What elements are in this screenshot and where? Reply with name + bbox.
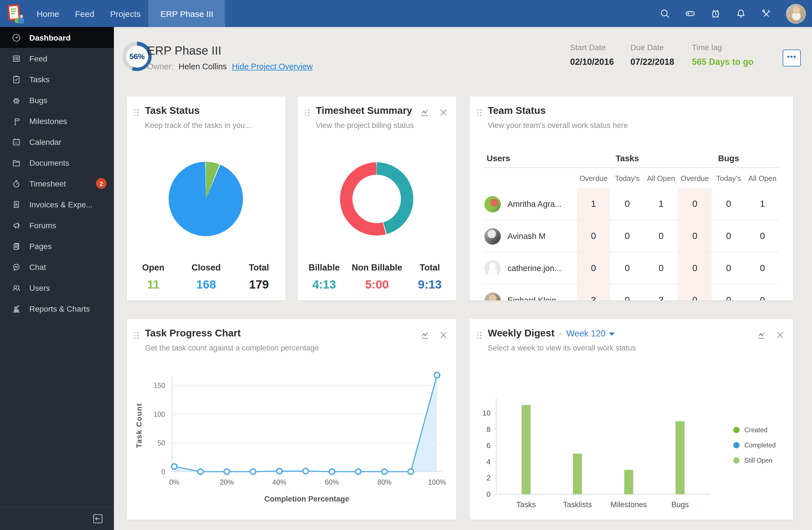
sidebar-item-documents[interactable]: Documents	[0, 152, 114, 173]
chart-type-icon[interactable]	[757, 330, 766, 340]
svg-text:6: 6	[487, 441, 491, 450]
top-nav: HomeFeedProjectsERP Phase III	[0, 0, 812, 27]
team-status-row[interactable]: Einhard Klein303000	[483, 284, 779, 301]
sidebar-item-label: Pages	[29, 241, 52, 250]
due-date-field: Due Date 07/22/2018	[630, 43, 674, 67]
sidebar-item-label: Calendar	[29, 137, 61, 146]
svg-text:Bugs: Bugs	[671, 500, 689, 509]
sidebar-item-calendar[interactable]: Calendar	[0, 131, 114, 152]
chart-type-icon[interactable]	[420, 330, 430, 340]
col-group-tasks: Tasks	[577, 148, 678, 168]
sidebar-collapse-button[interactable]	[92, 513, 104, 524]
task-status-stats: Open11Closed168Total179	[127, 263, 285, 291]
search-icon[interactable]	[659, 8, 670, 19]
sidebar-item-timesheet[interactable]: Timesheet2	[0, 173, 114, 194]
sidebar-item-label: Invoices & Expe...	[29, 200, 92, 209]
svg-text:10: 10	[482, 409, 491, 417]
sidebar-item-label: Dashboard	[29, 33, 71, 42]
tools-icon[interactable]	[761, 8, 772, 19]
close-icon[interactable]	[439, 108, 448, 117]
bug-icon	[11, 95, 21, 105]
team-status-row[interactable]: catherine.jon...000000	[483, 252, 779, 284]
stat-label: Total	[404, 263, 456, 273]
hide-project-overview-link[interactable]: Hide Project Overview	[232, 62, 313, 71]
tasks-count: 3	[577, 284, 610, 301]
nav-tab-feed[interactable]: Feed	[67, 0, 102, 27]
sidebar-item-label: Bugs	[29, 95, 47, 105]
app-logo-icon[interactable]	[4, 4, 26, 23]
sidebar-item-feed[interactable]: Feed	[0, 48, 114, 69]
drag-handle-icon[interactable]	[134, 109, 139, 116]
sub-col-header: All Open	[745, 168, 779, 188]
nav-tab-erp-phase-iii[interactable]: ERP Phase III	[149, 0, 225, 27]
bell-icon[interactable]	[735, 8, 746, 19]
calendar-icon	[11, 137, 21, 147]
alarm-clock-icon[interactable]	[710, 8, 721, 19]
col-group-users: Users	[483, 148, 577, 168]
sidebar-item-chat[interactable]: Chat	[0, 256, 114, 277]
svg-text:Completion Percentage: Completion Percentage	[264, 495, 349, 503]
gamepad-icon[interactable]	[684, 8, 696, 19]
team-status-row[interactable]: Avinash M000000	[483, 220, 779, 252]
drag-handle-icon[interactable]	[477, 109, 481, 116]
user-avatar[interactable]	[786, 4, 806, 24]
drag-handle-icon[interactable]	[305, 109, 309, 116]
svg-text:Tasks: Tasks	[516, 500, 536, 509]
tasks-count: 0	[644, 252, 678, 284]
stat-value: 11	[127, 278, 179, 291]
stat-total: Total9:13	[404, 263, 456, 291]
tasks-count: 0	[610, 284, 644, 301]
team-status-table-wrap: UsersTasksBugsOverdueToday'sAll OpenOver…	[483, 148, 779, 300]
sidebar-item-milestones[interactable]: Milestones	[0, 111, 114, 131]
sidebar-item-bugs[interactable]: Bugs	[0, 90, 114, 111]
sidebar-item-dashboard[interactable]: Dashboard	[0, 27, 114, 48]
bugs-count: 0	[678, 252, 712, 284]
tasks-icon	[11, 74, 21, 84]
sub-col-header: Overdue	[678, 168, 712, 188]
time-lag-label: Time lag	[692, 43, 754, 52]
svg-text:Milestones: Milestones	[610, 500, 647, 509]
stat-billable: Billable4:13	[298, 263, 350, 291]
svg-text:50: 50	[157, 439, 165, 447]
sidebar-item-reports-charts[interactable]: Reports & Charts	[0, 298, 114, 319]
nav-tab-home[interactable]: Home	[29, 0, 67, 27]
team-status-row[interactable]: Amritha Agra...101001	[483, 188, 779, 220]
bugs-count: 0	[745, 284, 779, 301]
sidebar: DashboardFeedTasksBugsMilestonesCalendar…	[0, 27, 114, 530]
more-options-button[interactable]: •••	[783, 49, 801, 67]
bugs-count: 0	[678, 220, 712, 252]
close-icon[interactable]	[775, 330, 785, 340]
stat-label: Open	[127, 263, 179, 273]
sidebar-item-forums[interactable]: Forums	[0, 215, 114, 236]
chart-type-icon[interactable]	[420, 108, 430, 117]
stat-value: 179	[233, 278, 285, 291]
time-lag-value: 565 Days to go	[692, 57, 754, 67]
drag-handle-icon[interactable]	[477, 332, 481, 339]
widget-title: Weekly Digest	[488, 327, 555, 339]
sidebar-item-invoices-expe[interactable]: Invoices & Expe...	[0, 194, 114, 215]
bugs-count: 0	[712, 188, 745, 220]
tasks-count: 1	[644, 188, 678, 220]
col-group-bugs: Bugs	[678, 148, 779, 168]
sidebar-item-label: Documents	[29, 158, 69, 167]
sidebar-item-pages[interactable]: Pages	[0, 236, 114, 256]
time-lag-field: Time lag 565 Days to go	[692, 43, 754, 67]
tasks-count: 0	[610, 188, 644, 220]
week-selector-dropdown[interactable]: Week 120	[566, 328, 615, 338]
timesheet-summary-widget: Timesheet Summary View the project billi…	[297, 96, 457, 301]
svg-text:Tasklists: Tasklists	[563, 500, 592, 509]
project-title: ERP Phase III	[147, 44, 221, 58]
sidebar-item-tasks[interactable]: Tasks	[0, 69, 114, 90]
close-icon[interactable]	[439, 330, 448, 340]
tasks-count: 0	[610, 252, 644, 284]
project-progress-value: 56%	[129, 52, 145, 61]
drag-handle-icon[interactable]	[134, 332, 139, 339]
bugs-count: 0	[745, 220, 779, 252]
nav-tab-projects[interactable]: Projects	[102, 0, 148, 27]
stat-label: Closed	[179, 263, 232, 273]
sub-col-header: All Open	[644, 168, 678, 188]
gauge-icon	[11, 32, 21, 43]
user-name: Amritha Agra...	[508, 200, 562, 208]
sidebar-item-users[interactable]: Users	[0, 277, 114, 298]
feed-icon	[11, 53, 21, 63]
